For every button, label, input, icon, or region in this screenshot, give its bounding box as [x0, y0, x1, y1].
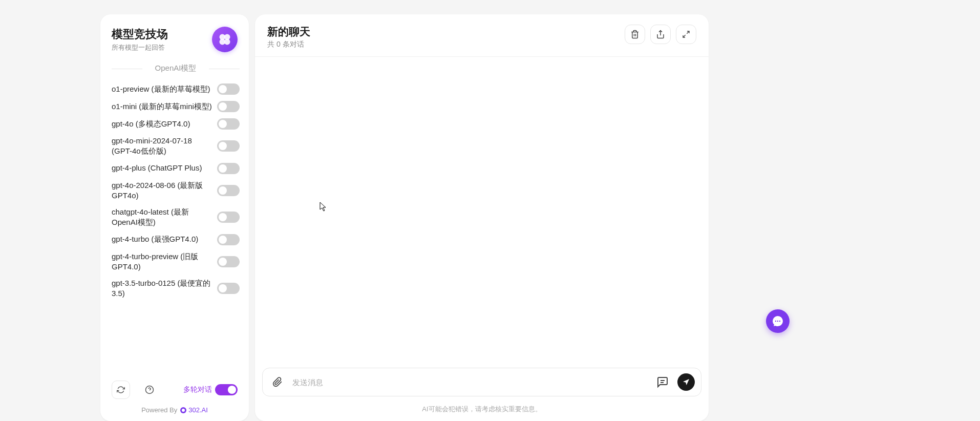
expand-icon — [682, 30, 690, 38]
model-row: gpt-4-turbo-preview (旧版GPT4.0) — [112, 248, 240, 276]
multi-turn-label: 多轮对话 — [183, 385, 212, 394]
app-logo — [212, 27, 238, 52]
chat-panel: 新的聊天 共 0 条对话 — [255, 14, 709, 421]
app-title: 模型竞技场 — [112, 27, 168, 42]
header-actions — [625, 25, 696, 44]
svg-line-10 — [683, 35, 686, 37]
composer — [262, 368, 701, 396]
share-icon — [656, 30, 665, 39]
model-label: o1-mini (最新的草莓mini模型) — [112, 101, 213, 112]
model-row: gpt-4o (多模态GPT4.0) — [112, 115, 240, 133]
expand-button[interactable] — [676, 25, 696, 44]
model-toggle[interactable] — [217, 256, 240, 267]
sidebar: 模型竞技场 所有模型一起回答 OpenAI模型 o1-preview (最新的草… — [100, 14, 249, 421]
trash-icon — [630, 30, 640, 39]
model-toggle[interactable] — [217, 140, 240, 152]
svg-point-15 — [779, 321, 780, 322]
model-label: gpt-4o-mini-2024-07-18 (GPT-4o低价版) — [112, 136, 213, 157]
model-row: o1-preview (最新的草莓模型) — [112, 80, 240, 98]
assistant-fab[interactable] — [766, 309, 790, 333]
model-toggle[interactable] — [217, 212, 240, 223]
powered-by: Powered By 302.AI — [100, 403, 249, 421]
help-icon — [145, 385, 154, 394]
model-label: gpt-4-turbo-preview (旧版GPT4.0) — [112, 251, 213, 272]
model-toggle[interactable] — [217, 234, 240, 245]
svg-point-14 — [777, 321, 778, 322]
svg-point-3 — [224, 39, 230, 45]
model-row: chatgpt-4o-latest (最新OpenAI模型) — [112, 204, 240, 231]
composer-wrap — [255, 368, 709, 401]
svg-point-13 — [775, 321, 776, 322]
brand-dot-icon — [180, 407, 186, 413]
svg-point-5 — [182, 409, 185, 412]
model-row: gpt-4o-2024-08-06 (最新版GPT4o) — [112, 177, 240, 204]
chat-subtitle: 共 0 条对话 — [267, 40, 310, 49]
logo-icon — [218, 32, 232, 47]
delete-button[interactable] — [625, 25, 645, 44]
model-label: chatgpt-4o-latest (最新OpenAI模型) — [112, 207, 213, 228]
model-label: gpt-4o-2024-08-06 (最新版GPT4o) — [112, 180, 213, 201]
powered-by-prefix: Powered By — [141, 406, 177, 414]
message-input[interactable] — [292, 378, 648, 387]
model-row: gpt-4-plus (ChatGPT Plus) — [112, 160, 240, 177]
send-button[interactable] — [677, 373, 695, 391]
send-icon — [682, 378, 690, 386]
model-row: gpt-4-turbo (最强GPT4.0) — [112, 231, 240, 248]
help-button[interactable] — [140, 381, 159, 399]
powered-by-brand-link[interactable]: 302.AI — [180, 406, 208, 414]
model-label: gpt-4-plus (ChatGPT Plus) — [112, 163, 213, 173]
model-toggle[interactable] — [217, 283, 240, 294]
model-row: gpt-3.5-turbo-0125 (最便宜的3.5) — [112, 275, 240, 302]
multi-turn-toggle[interactable] — [215, 384, 238, 395]
footer-right: 多轮对话 — [183, 384, 238, 395]
app-subtitle: 所有模型一起回答 — [112, 43, 168, 52]
attach-button[interactable] — [269, 373, 286, 391]
model-toggle[interactable] — [217, 163, 240, 174]
refresh-icon — [117, 386, 125, 394]
model-row: o1-mini (最新的草莓mini模型) — [112, 98, 240, 115]
model-toggle[interactable] — [217, 83, 240, 95]
model-toggle[interactable] — [217, 101, 240, 112]
cursor-icon — [319, 202, 328, 212]
chat-mode-button[interactable] — [654, 373, 671, 391]
chat-title: 新的聊天 — [267, 25, 310, 39]
disclaimer-text: AI可能会犯错误，请考虑核实重要信息。 — [255, 401, 709, 421]
model-toggle[interactable] — [217, 185, 240, 196]
chat-body — [255, 57, 709, 368]
chat-bubble-icon — [656, 376, 669, 388]
section-heading: OpenAI模型 — [112, 60, 240, 80]
sidebar-title-block: 模型竞技场 所有模型一起回答 — [112, 27, 168, 52]
footer-left — [112, 381, 159, 399]
model-label: gpt-4o (多模态GPT4.0) — [112, 119, 213, 129]
chat-title-block: 新的聊天 共 0 条对话 — [267, 25, 310, 49]
model-row: gpt-4o-mini-2024-07-18 (GPT-4o低价版) — [112, 133, 240, 160]
model-label: gpt-3.5-turbo-0125 (最便宜的3.5) — [112, 278, 213, 299]
model-label: gpt-4-turbo (最强GPT4.0) — [112, 234, 213, 244]
model-label: o1-preview (最新的草莓模型) — [112, 84, 213, 94]
model-toggle[interactable] — [217, 118, 240, 130]
model-list[interactable]: OpenAI模型 o1-preview (最新的草莓模型) o1-mini (最… — [100, 60, 249, 374]
powered-brand-text: 302.AI — [188, 406, 208, 414]
chat-header: 新的聊天 共 0 条对话 — [255, 14, 709, 57]
chat-fab-icon — [772, 315, 784, 327]
refresh-button[interactable] — [112, 381, 130, 399]
share-button[interactable] — [650, 25, 671, 44]
sidebar-header: 模型竞技场 所有模型一起回答 — [100, 14, 249, 60]
svg-line-9 — [687, 31, 689, 34]
sidebar-footer: 多轮对话 — [100, 374, 249, 403]
paperclip-icon — [272, 377, 283, 387]
